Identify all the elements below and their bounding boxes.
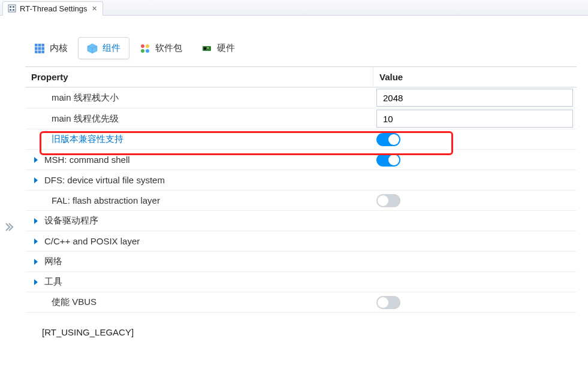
property-cell: MSH: command shell xyxy=(25,152,373,168)
value-cell xyxy=(373,281,577,283)
value-cell xyxy=(373,87,577,108)
value-cell xyxy=(373,193,577,208)
svg-point-13 xyxy=(146,49,149,53)
property-label: main 线程栈大小 xyxy=(49,92,119,104)
svg-rect-5 xyxy=(35,44,44,53)
toggle-switch[interactable] xyxy=(376,153,400,167)
settings-panel: 内核 组件 软件包 xyxy=(0,16,588,337)
tab-kernel[interactable]: 内核 xyxy=(25,37,77,59)
svg-rect-1 xyxy=(10,6,11,8)
property-label: 工具 xyxy=(42,276,62,288)
property-cell: 工具 xyxy=(25,274,373,291)
property-label: MSH: command shell xyxy=(42,155,130,165)
chevron-right-icon[interactable] xyxy=(30,276,42,288)
property-cell: 设备驱动程序 xyxy=(25,213,373,229)
property-label: DFS: device virtual file system xyxy=(42,175,165,185)
category-tabs: 内核 组件 软件包 xyxy=(25,37,588,59)
apps-icon xyxy=(140,43,150,54)
property-cell: 使能 VBUS xyxy=(25,294,373,310)
toggle-knob xyxy=(388,155,399,165)
svg-point-11 xyxy=(146,44,149,48)
settings-file-icon xyxy=(8,4,16,13)
tab-kernel-label: 内核 xyxy=(50,43,68,54)
column-value[interactable]: Value xyxy=(373,67,577,87)
property-cell: 网络 xyxy=(25,253,373,270)
value-input[interactable] xyxy=(376,89,573,107)
property-cell: main 线程优先级 xyxy=(25,111,373,127)
toggle-switch[interactable] xyxy=(376,296,400,309)
column-property[interactable]: Property xyxy=(25,67,373,87)
property-label: 设备驱动程序 xyxy=(42,215,98,226)
tab-packages-label: 软件包 xyxy=(155,43,182,54)
chevron-right-icon[interactable] xyxy=(30,215,42,227)
toggle-knob xyxy=(378,297,388,308)
value-cell xyxy=(373,240,577,243)
property-cell: DFS: device virtual file system xyxy=(25,172,373,189)
property-cell: 旧版本兼容性支持 xyxy=(25,131,373,147)
svg-point-10 xyxy=(141,44,144,48)
table-row[interactable]: 设备驱动程序 xyxy=(25,211,577,231)
chevron-right-icon[interactable] xyxy=(30,256,42,268)
chevron-right-icon[interactable] xyxy=(30,154,42,166)
value-cell xyxy=(373,295,577,310)
property-cell: FAL: flash abstraction layer xyxy=(25,193,373,208)
table-row[interactable]: 工具 xyxy=(25,272,577,292)
value-cell xyxy=(373,261,577,263)
editor-tab[interactable]: RT-Thread Settings ✕ xyxy=(2,1,103,16)
property-label: 网络 xyxy=(42,256,62,267)
status-text: [RT_USING_LEGACY] xyxy=(25,313,588,337)
value-input[interactable] xyxy=(376,110,573,128)
properties-table: Property Value main 线程栈大小main 线程优先级旧版本兼容… xyxy=(25,66,577,313)
tab-hardware-label: 硬件 xyxy=(217,43,235,54)
editor-tab-bar: RT-Thread Settings ✕ xyxy=(0,0,588,16)
svg-rect-4 xyxy=(13,9,14,11)
chevron-right-icon[interactable] xyxy=(30,235,42,247)
tab-components[interactable]: 组件 xyxy=(78,37,129,59)
value-cell xyxy=(373,220,577,222)
svg-rect-0 xyxy=(8,5,16,12)
toggle-knob xyxy=(388,134,399,145)
table-row[interactable]: 使能 VBUS xyxy=(25,292,577,313)
toggle-switch[interactable] xyxy=(376,194,400,207)
table-row[interactable]: main 线程栈大小 xyxy=(25,87,577,108)
value-cell xyxy=(373,152,577,168)
table-row[interactable]: MSH: command shell xyxy=(25,150,577,170)
side-expand-icon[interactable] xyxy=(4,222,14,232)
tab-components-label: 组件 xyxy=(102,43,120,54)
chevron-right-icon[interactable] xyxy=(30,174,42,186)
property-cell: C/C++ and POSIX layer xyxy=(25,233,373,250)
value-cell xyxy=(373,132,577,147)
box-icon xyxy=(87,43,98,54)
table-row[interactable]: main 线程优先级 xyxy=(25,108,577,129)
toggle-switch[interactable] xyxy=(376,133,400,146)
svg-rect-3 xyxy=(10,9,11,11)
svg-rect-2 xyxy=(13,6,14,8)
svg-rect-15 xyxy=(204,47,206,50)
chip-icon xyxy=(201,43,212,54)
property-label: 使能 VBUS xyxy=(49,297,97,308)
table-row[interactable]: FAL: flash abstraction layer xyxy=(25,190,577,211)
close-tab-icon[interactable]: ✕ xyxy=(91,5,98,12)
table-row[interactable]: C/C++ and POSIX layer xyxy=(25,231,577,252)
property-label: main 线程优先级 xyxy=(49,113,119,125)
table-header: Property Value xyxy=(25,67,577,87)
table-row[interactable]: 网络 xyxy=(25,252,577,272)
tab-hardware[interactable]: 硬件 xyxy=(192,37,244,59)
tab-packages[interactable]: 软件包 xyxy=(131,37,191,59)
property-label: C/C++ and POSIX layer xyxy=(42,236,140,246)
editor-tab-title: RT-Thread Settings xyxy=(20,4,87,13)
property-label: FAL: flash abstraction layer xyxy=(49,195,160,205)
grid-icon xyxy=(34,43,45,54)
svg-rect-16 xyxy=(207,47,209,49)
property-cell: main 线程栈大小 xyxy=(25,90,373,106)
value-cell xyxy=(373,179,577,182)
toggle-knob xyxy=(378,195,388,206)
value-cell xyxy=(373,108,577,129)
property-label: 旧版本兼容性支持 xyxy=(49,134,123,145)
table-row[interactable]: DFS: device virtual file system xyxy=(25,170,577,190)
table-row[interactable]: 旧版本兼容性支持 xyxy=(25,129,577,150)
svg-point-12 xyxy=(141,49,144,53)
